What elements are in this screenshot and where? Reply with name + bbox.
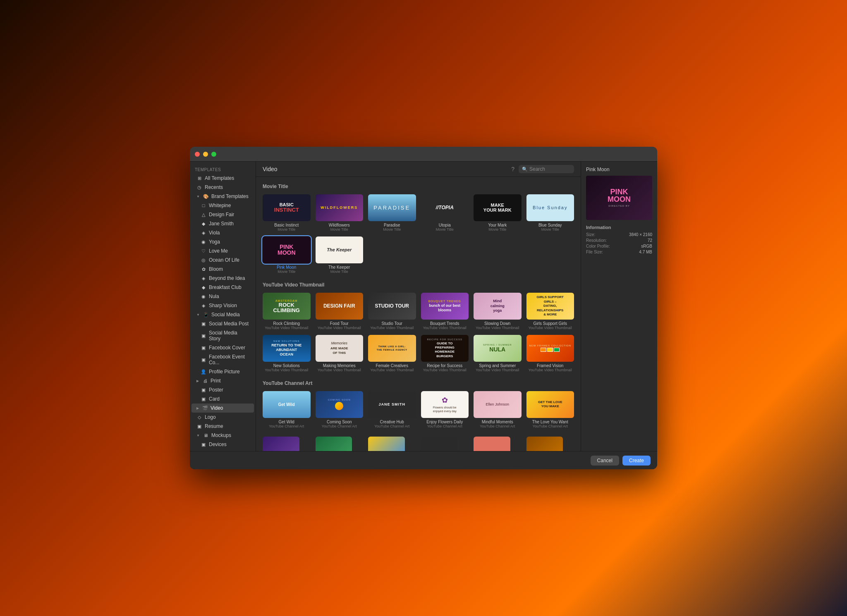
sidebar-item-ocean-of-life[interactable]: ◎ Ocean Of Life	[191, 255, 254, 265]
sidebar-item-social-post[interactable]: ▣ Social Media Post	[191, 319, 254, 328]
sidebar-item-card[interactable]: ▣ Card	[191, 394, 254, 404]
sidebar-item-all-templates[interactable]: ⊞ All Templates	[191, 174, 254, 183]
help-icon[interactable]: ?	[511, 166, 514, 172]
template-new-solutions[interactable]: NEW SOLUTIONS RETURN TO THEABUNDANTOCEAN…	[263, 335, 311, 372]
sidebar-item-video[interactable]: ▶ 🎬 Video	[191, 404, 254, 413]
template-love-you-want[interactable]: GET THE LOVEYOU MAKE The Love You Want Y…	[526, 391, 574, 428]
color-profile-key: Color Profile:	[586, 244, 610, 248]
template-the-keeper[interactable]: The Keeper The Keeper Movie Title	[316, 236, 364, 274]
sidebar-item-print-group[interactable]: ▶ 🖨 Print	[191, 376, 254, 385]
template-partial-4[interactable]	[421, 437, 469, 451]
sidebar-item-resume[interactable]: ▣ Resume	[191, 422, 254, 431]
template-spring-summer[interactable]: SPRING / SUMMER NULA Spring and Summer Y…	[474, 335, 522, 372]
sidebar-label-jane-smith: Jane Smith	[209, 221, 234, 227]
sidebar-label-social-media: Social Media	[211, 312, 240, 318]
template-partial-1[interactable]	[263, 437, 311, 451]
sidebar-label-bloom: Bloom	[209, 266, 223, 272]
sidebar-label-poster: Poster	[209, 387, 223, 393]
minimize-button[interactable]	[203, 152, 208, 157]
sidebar-item-whitepine[interactable]: □ Whitepine	[191, 201, 254, 210]
template-blue-sunday[interactable]: Blue Sunday Blue Sunday Movie Title	[526, 194, 574, 232]
close-button[interactable]	[195, 152, 200, 157]
info-section-title: Information	[586, 225, 652, 230]
create-button[interactable]: Create	[622, 456, 651, 466]
template-female-creatives[interactable]: THINK LIKE A GIRL:THE FEMALE AGENCY Fema…	[368, 335, 416, 372]
fb-event-icon: ▣	[201, 357, 206, 363]
sidebar-item-design-fair[interactable]: △ Design Fair	[191, 210, 254, 219]
cancel-button[interactable]: Cancel	[591, 456, 619, 466]
yoga-icon: ◉	[201, 239, 206, 245]
ocean-icon: ◎	[201, 257, 206, 263]
sidebar-item-breakfast-club[interactable]: ◆ Breakfast Club	[191, 283, 254, 292]
poster-icon: ▣	[201, 387, 206, 393]
sidebar-label-sharp-vision: Sharp Vision	[209, 303, 237, 308]
sidebar-item-brand-templates[interactable]: ▼ 🎨 Brand Templates	[191, 192, 254, 201]
template-creative-hub[interactable]: JANE SMITH Creative Hub YouTube Channel …	[368, 391, 416, 428]
sidebar-item-bloom[interactable]: ✿ Bloom	[191, 265, 254, 274]
template-girls-support[interactable]: GIRLS SUPPORTGIRLS –DATING,RELATIONSHIPS…	[526, 293, 574, 330]
template-paradise[interactable]: PARADISE Paradise Movie Title	[368, 194, 416, 232]
sidebar-label-love-me: Love Me	[209, 248, 228, 254]
sidebar-item-mockups-group[interactable]: ▼ 🖥 Mockups	[191, 431, 254, 440]
mockups-icon: 🖥	[203, 432, 209, 438]
sidebar-item-social-story[interactable]: ▣ Social Media Story	[191, 328, 254, 343]
template-basic-instinct[interactable]: BASICINSTINCT Basic Instinct Movie Title	[263, 194, 311, 232]
sidebar-item-love-me[interactable]: ♡ Love Me	[191, 246, 254, 255]
color-profile-val: sRGB	[641, 244, 652, 248]
template-mindful-moments[interactable]: Ellen Johnson Mindful Moments YouTube Ch…	[474, 391, 522, 428]
template-pink-moon[interactable]: PINKMOON Pink Moon Movie Title	[263, 236, 311, 274]
template-coming-soon[interactable]: COMING SOON Coming Soon YouTube Channel …	[316, 391, 364, 428]
chevron-down-icon-social: ▼	[196, 313, 200, 317]
template-studio-tour[interactable]: STUDIO TOUR Studio Tour YouTube Video Th…	[368, 293, 416, 330]
template-partial-5[interactable]	[474, 437, 522, 451]
social-post-icon: ▣	[201, 321, 206, 327]
nula-icon: ◉	[201, 294, 206, 299]
template-food-tour[interactable]: DESIGN FAIR Food Tour YouTube Video Thum…	[316, 293, 364, 330]
sidebar-item-profile-picture[interactable]: 👤 Profile Picture	[191, 367, 254, 376]
title-bar	[190, 147, 657, 162]
template-making-memories[interactable]: MemoriesARE MADEOF THIS Making Memories …	[316, 335, 364, 372]
template-slowing-down[interactable]: Mindcalmingyoga Slowing Down YouTube Vid…	[474, 293, 522, 330]
template-bouquet-trends[interactable]: BOUQUET TRENDS bunch of our best blooms …	[421, 293, 469, 330]
chevron-down-icon: ▼	[196, 195, 200, 198]
header-right: ? 🔍	[511, 165, 574, 173]
template-scroll-area: Movie Title BASICINSTINCT Basic Instinct	[256, 177, 581, 451]
sidebar-label-all-templates: All Templates	[205, 175, 234, 181]
beyond-idea-icon: ◈	[201, 275, 206, 281]
movie-title-grid: BASICINSTINCT Basic Instinct Movie Title	[263, 194, 574, 274]
sidebar-item-sharp-vision[interactable]: ◈ Sharp Vision	[191, 301, 254, 310]
template-framed-vision[interactable]: NEW FRAMES COLLECTION Framed Vision	[526, 335, 574, 372]
template-wildflowers[interactable]: WILDFLOWERS Wildflowers Movie Title	[316, 194, 364, 232]
template-enjoy-flowers[interactable]: ✿ Flowers should beenjoyed every day Enj…	[421, 391, 469, 428]
template-get-wild[interactable]: Get Wild Get Wild YouTube Channel Art	[263, 391, 311, 428]
sidebar-item-nula[interactable]: ◉ Nula	[191, 292, 254, 301]
sidebar-item-jane-smith[interactable]: ◆ Jane Smith	[191, 219, 254, 228]
template-your-mark[interactable]: MAKEYOUR MARK Your Mark Movie Title	[474, 194, 522, 232]
template-recipe-success[interactable]: RECIPE FOR SUCCESS GUIDE TOPREPARINGHOME…	[421, 335, 469, 372]
sidebar-label-card: Card	[209, 396, 220, 402]
sidebar-item-poster[interactable]: ▣ Poster	[191, 385, 254, 394]
sidebar-item-facebook-event[interactable]: ▣ Facebook Event Co...	[191, 352, 254, 367]
card-icon: ▣	[201, 396, 206, 402]
sidebar-item-facebook-cover[interactable]: ▣ Facebook Cover	[191, 343, 254, 352]
sidebar-item-social-media-group[interactable]: ▼ 📱 Social Media	[191, 310, 254, 319]
template-rock-climbing[interactable]: AMSTERDAM ROCKCLIMBING Rock Climbing You…	[263, 293, 311, 330]
sidebar-item-devices[interactable]: ▣ Devices	[191, 440, 254, 449]
search-input[interactable]	[529, 166, 571, 172]
sidebar-item-beyond-idea[interactable]: ◈ Beyond the Idea	[191, 274, 254, 283]
bloom-icon: ✿	[201, 266, 206, 272]
template-partial-2[interactable]	[316, 437, 364, 451]
sidebar-label-logo: Logo	[205, 414, 216, 420]
brand-icon: 🎨	[203, 193, 209, 199]
sidebar-item-logo[interactable]: ◇ Logo	[191, 413, 254, 422]
sidebar-label-recents: Recents	[205, 184, 223, 190]
main-header: Video ? 🔍	[256, 162, 581, 177]
fullscreen-button[interactable]	[211, 152, 216, 157]
sidebar-item-viola[interactable]: ◈ Viola	[191, 228, 254, 237]
jane-smith-icon: ◆	[201, 221, 206, 227]
sidebar-item-recents[interactable]: ◷ Recents	[191, 183, 254, 192]
template-partial-3[interactable]	[368, 437, 416, 451]
template-utopia[interactable]: //TOPIA Utopia Movie Title	[421, 194, 469, 232]
sidebar-item-yoga[interactable]: ◉ Yoga	[191, 237, 254, 246]
template-partial-6[interactable]	[526, 437, 574, 451]
